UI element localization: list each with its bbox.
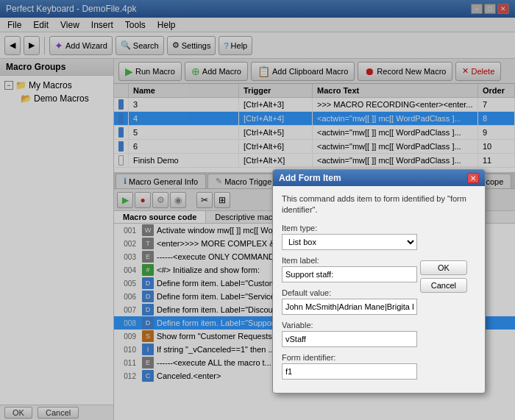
- tab-general-info[interactable]: ℹ Macro General Info: [116, 174, 206, 188]
- add-form-item-dialog: Add Form Item ✕ This command adds item t…: [272, 169, 486, 394]
- row-name-4: Finish Demo: [129, 154, 239, 167]
- dialog-ok-button[interactable]: OK: [420, 260, 467, 275]
- menu-help[interactable]: Help: [153, 19, 180, 31]
- line-num: 008: [117, 319, 139, 327]
- line-icon: #: [142, 264, 154, 276]
- dialog-description: This command adds item to form identifie…: [282, 193, 476, 216]
- col-name: Name: [129, 84, 239, 97]
- forward-icon: ▶: [29, 40, 35, 50]
- line-num: 003: [117, 253, 139, 261]
- dialog-cancel-button[interactable]: Cancel: [420, 278, 467, 293]
- menu-insert[interactable]: Insert: [87, 19, 118, 31]
- menu-view[interactable]: View: [56, 19, 84, 31]
- folder-icon-demo: 📂: [21, 93, 32, 104]
- add-clipboard-button[interactable]: 📋 Add Clipboard Macro: [251, 62, 355, 81]
- dialog-close-button[interactable]: ✕: [467, 173, 479, 183]
- default-value-input[interactable]: [282, 299, 417, 315]
- tree-label-demo-macros: Demo Macros: [34, 93, 89, 104]
- rec3-btn[interactable]: ◉: [170, 192, 186, 208]
- line-icon: D: [142, 317, 154, 329]
- row-icon-4: [114, 154, 129, 167]
- back-icon: ◀: [10, 40, 15, 50]
- row-text-3: <actwin="mw[[ ]] mc[[ WordPadClass ]...: [313, 140, 478, 153]
- col-icon: [114, 84, 129, 97]
- form-id-input[interactable]: [282, 363, 417, 380]
- row-trigger-2: [Ctrl+Alt+5]: [239, 126, 313, 139]
- cancel-button-left[interactable]: Cancel: [38, 407, 79, 419]
- variable-input[interactable]: [282, 331, 417, 347]
- row-trigger-4: [Ctrl+Alt+X]: [239, 154, 313, 167]
- line-num: 007: [117, 306, 139, 314]
- ok-button-left[interactable]: OK: [4, 407, 32, 419]
- folder-icon: 📁: [15, 80, 26, 90]
- forward-button[interactable]: ▶: [24, 36, 40, 55]
- line-icon: C: [142, 370, 154, 382]
- settings-button[interactable]: ⚙ Settings: [167, 36, 216, 55]
- col-text: Macro Text: [313, 84, 478, 97]
- left-status-bar: OK Cancel: [0, 405, 113, 420]
- add-wizard-button[interactable]: ✦ Add Wizard: [49, 36, 113, 55]
- row-order-4: 11: [478, 154, 515, 167]
- play-btn[interactable]: ▶: [117, 192, 133, 208]
- menu-edit[interactable]: Edit: [29, 19, 53, 31]
- wand-icon: ✦: [54, 40, 63, 51]
- dialog-title: Add Form Item: [279, 173, 341, 183]
- cut-btn[interactable]: ✂: [196, 192, 213, 208]
- item-label-input[interactable]: [282, 266, 417, 282]
- record-btn[interactable]: ●: [135, 192, 151, 208]
- add-btn[interactable]: ⊞: [214, 192, 230, 208]
- macro-table: Name Trigger Macro Text Order 3 [Ctrl+Al…: [114, 84, 515, 172]
- source-tab-code[interactable]: Macro source code: [114, 211, 206, 223]
- toolbar-separator: [44, 37, 45, 54]
- row-name-3: 6: [129, 140, 239, 153]
- search-button[interactable]: 🔍 Search: [116, 36, 164, 55]
- table-row[interactable]: 4 [Ctrl+Alt+4] <actwin="mw[[ ]] mc[[ Wor…: [114, 112, 515, 126]
- form-id-row: Form identifier:: [282, 353, 417, 380]
- item-type-select[interactable]: List boxText boxCombo boxCheck boxRadio …: [282, 234, 417, 250]
- row-color-icon: [118, 127, 124, 138]
- back-button[interactable]: ◀: [4, 36, 21, 55]
- run-macro-button[interactable]: ▶ Run Macro: [118, 62, 182, 81]
- item-label-row: Item label:: [282, 256, 417, 282]
- row-order-1: 8: [478, 112, 515, 125]
- tree-expand-icon[interactable]: −: [4, 81, 13, 90]
- row-name-0: 3: [129, 98, 239, 111]
- line-icon: E: [142, 357, 154, 369]
- line-num: 006: [117, 293, 139, 301]
- dialog-title-bar: Add Form Item ✕: [273, 170, 485, 186]
- table-row[interactable]: 6 [Ctrl+Alt+6] <actwin="mw[[ ]] mc[[ Wor…: [114, 140, 515, 154]
- menu-tools[interactable]: Tools: [121, 19, 150, 31]
- line-icon: W: [142, 224, 154, 236]
- minimize-button[interactable]: −: [471, 4, 483, 14]
- dialog-content-area: Item type: List boxText boxCombo boxChec…: [282, 224, 476, 380]
- delete-button[interactable]: ✕ Delete: [455, 62, 501, 81]
- line-num: 004: [117, 266, 139, 274]
- table-row[interactable]: 5 [Ctrl+Alt+5] <actwin="mw[[ ]] mc[[ Wor…: [114, 126, 515, 140]
- help-button[interactable]: ? Help: [219, 36, 252, 55]
- row-text-0: >>> MACRO RECORDING<enter><enter...: [313, 98, 478, 111]
- tree-item-my-macros[interactable]: − 📁 My Macros: [3, 79, 110, 92]
- dialog-body: This command adds item to form identifie…: [273, 186, 485, 393]
- record-new-macro-button[interactable]: ⏺ Record New Macro: [358, 62, 452, 81]
- close-button[interactable]: ✕: [497, 4, 509, 14]
- line-num: 002: [117, 240, 139, 248]
- item-type-row: Item type: List boxText boxCombo boxChec…: [282, 224, 417, 250]
- row-color-icon: [118, 141, 124, 152]
- add-macro-button[interactable]: ⊕ Add Macro: [185, 62, 248, 81]
- menu-file[interactable]: File: [3, 19, 26, 31]
- rec2-btn[interactable]: ⚙: [152, 192, 168, 208]
- line-icon: T: [142, 238, 154, 249]
- table-header: Name Trigger Macro Text Order: [114, 84, 515, 98]
- macro-toolbar: ▶ Run Macro ⊕ Add Macro 📋 Add Clipboard …: [114, 59, 515, 84]
- table-row[interactable]: Finish Demo [Ctrl+Alt+X] <actwin="mw[[ ]…: [114, 154, 515, 168]
- row-icon-2: [114, 126, 129, 139]
- row-icon-3: [114, 140, 129, 153]
- add-icon: ⊕: [191, 65, 200, 77]
- maximize-button[interactable]: □: [484, 4, 496, 14]
- line-num: 009: [117, 332, 139, 341]
- main-toolbar: ◀ ▶ ✦ Add Wizard 🔍 Search ⚙ Settings ? H…: [0, 32, 515, 59]
- line-icon: D: [142, 291, 154, 302]
- line-icon: D: [142, 277, 154, 289]
- table-row[interactable]: 3 [Ctrl+Alt+3] >>> MACRO RECORDING<enter…: [114, 98, 515, 112]
- tree-item-demo-macros[interactable]: 📂 Demo Macros: [3, 92, 110, 105]
